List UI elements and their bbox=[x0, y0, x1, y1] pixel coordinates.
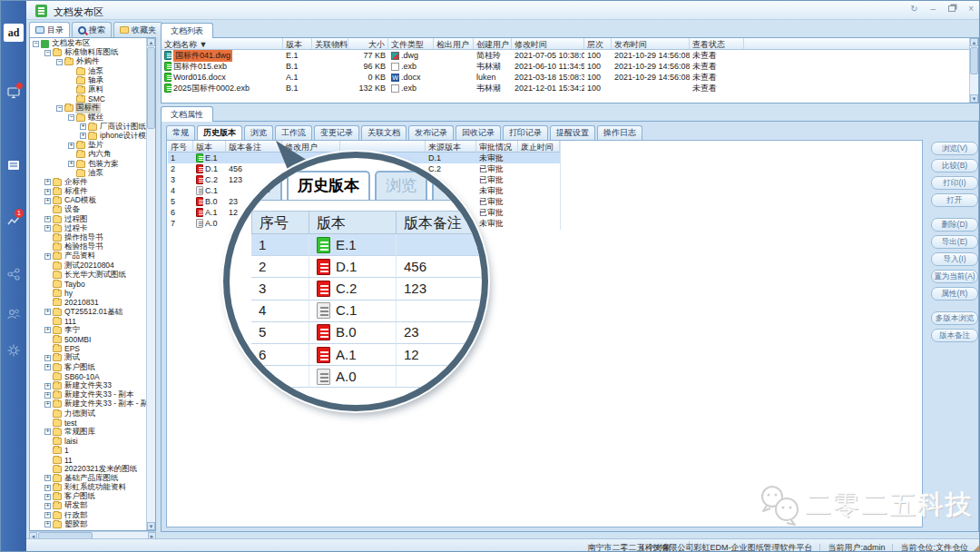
tree-item[interactable]: 500MBI bbox=[31, 335, 147, 344]
action-button[interactable]: 打印(I) bbox=[931, 176, 978, 190]
column-header[interactable]: 来源版本 bbox=[426, 141, 476, 152]
table-row[interactable]: 2025国标件0002.exbB.1132 KB.exb韦林潮2021-12-0… bbox=[162, 83, 978, 94]
column-header[interactable]: 大小 bbox=[348, 38, 388, 49]
action-button[interactable]: 比较(B) bbox=[931, 159, 978, 172]
tree-item[interactable]: +塑胶部 bbox=[31, 520, 147, 529]
column-header[interactable]: 层次 bbox=[584, 38, 612, 49]
expand-icon[interactable]: + bbox=[68, 143, 74, 149]
refresh-icon[interactable]: ↻ bbox=[910, 4, 917, 14]
restore-button[interactable] bbox=[948, 5, 956, 12]
tab-favorites[interactable]: 收藏夹 bbox=[113, 22, 162, 37]
table-row[interactable]: 国标件015.exbB.196 KB.exb韦林潮2021-06-10 11:3… bbox=[162, 61, 978, 72]
expand-icon[interactable]: + bbox=[44, 189, 51, 195]
action-button[interactable]: 浏览(V) bbox=[931, 142, 978, 155]
tree-item[interactable]: 油泵 bbox=[31, 169, 147, 178]
tree-item[interactable]: +研发部 bbox=[31, 501, 147, 510]
column-header[interactable]: 创建用户 bbox=[474, 38, 512, 49]
column-header[interactable]: 文件类型 bbox=[388, 38, 434, 49]
tab-search[interactable]: 搜索 bbox=[72, 22, 112, 37]
tree-item[interactable]: 力德测试 bbox=[31, 409, 147, 419]
expand-icon[interactable]: + bbox=[68, 161, 74, 167]
action-button[interactable]: 属性(R) bbox=[931, 287, 978, 301]
tab-常规[interactable]: 常规 bbox=[166, 125, 195, 140]
expand-icon[interactable]: + bbox=[44, 512, 51, 518]
expand-icon[interactable]: + bbox=[44, 503, 51, 509]
tree-item[interactable]: +客户图纸 bbox=[31, 492, 147, 501]
tree-item[interactable]: +客户图纸 bbox=[31, 363, 147, 372]
expand-icon[interactable]: + bbox=[44, 485, 51, 491]
expand-icon[interactable]: + bbox=[44, 355, 51, 361]
close-button[interactable]: × bbox=[968, 4, 974, 14]
tree-item[interactable]: +企标件 bbox=[31, 178, 147, 187]
collapse-icon[interactable]: − bbox=[56, 59, 63, 65]
table-row[interactable]: 国标件041.dwgE.177 KB.dwg简桂玲2021-07-05 10:3… bbox=[162, 50, 978, 61]
tree-item[interactable]: +过程图 bbox=[31, 215, 147, 224]
tree-item[interactable]: +行政部 bbox=[31, 511, 147, 520]
tree-item[interactable]: Taybo bbox=[31, 280, 147, 289]
collapse-icon[interactable]: − bbox=[33, 41, 39, 47]
table-row[interactable]: Word016.docxA.10 KBW.docxluken2021-03-18… bbox=[162, 72, 978, 83]
tree-item[interactable]: EPS bbox=[31, 344, 147, 353]
expand-icon[interactable]: + bbox=[44, 401, 51, 408]
tab-提醒设置[interactable]: 提醒设置 bbox=[550, 125, 595, 140]
tree-item[interactable]: +iphone设计模板 bbox=[31, 132, 147, 141]
column-header[interactable]: 修改时间 bbox=[512, 38, 584, 49]
expand-icon[interactable]: + bbox=[44, 179, 51, 185]
column-header[interactable]: 废止时间 bbox=[518, 141, 560, 152]
column-header[interactable]: 文档名称 ▼ bbox=[162, 38, 283, 49]
tab-浏览[interactable]: 浏览 bbox=[244, 125, 273, 140]
column-header[interactable]: 版本 bbox=[283, 38, 312, 49]
tab-打印记录[interactable]: 打印记录 bbox=[503, 125, 548, 140]
tree-item[interactable]: +常规图库 bbox=[31, 428, 147, 437]
tree-vertical-scrollbar[interactable]: ▲ ▼ bbox=[146, 38, 155, 530]
expand-icon[interactable]: + bbox=[44, 327, 51, 333]
tab-变更记录[interactable]: 变更记录 bbox=[314, 125, 359, 140]
column-header[interactable]: 版本 bbox=[193, 141, 226, 152]
expand-icon[interactable]: + bbox=[44, 225, 51, 232]
tree-item[interactable]: 原料 bbox=[31, 85, 147, 94]
expand-icon[interactable]: + bbox=[44, 494, 51, 500]
share-icon[interactable] bbox=[6, 267, 21, 281]
column-header[interactable] bbox=[340, 141, 426, 152]
action-button[interactable]: 导出(E) bbox=[931, 235, 978, 249]
collapse-icon[interactable]: − bbox=[56, 105, 63, 112]
expand-icon[interactable]: + bbox=[44, 521, 51, 527]
column-header[interactable]: 审批情况 bbox=[476, 141, 518, 152]
users-icon[interactable] bbox=[6, 307, 21, 321]
column-header[interactable]: 发布时间 bbox=[612, 38, 690, 49]
action-button[interactable]: 置为当前(A) bbox=[931, 270, 978, 283]
doc-props-panel-tab[interactable]: 文档属性 bbox=[161, 106, 213, 122]
expand-icon[interactable]: + bbox=[44, 216, 51, 222]
tab-发布记录[interactable]: 发布记录 bbox=[408, 125, 454, 140]
tree-item[interactable]: hy bbox=[31, 289, 147, 298]
tab-回收记录[interactable]: 回收记录 bbox=[456, 125, 501, 140]
column-header[interactable]: 关联物料 bbox=[312, 38, 348, 49]
resize-grip[interactable]: ◢ bbox=[973, 542, 980, 552]
expand-icon[interactable]: + bbox=[44, 364, 51, 370]
doc-list-scrollbar[interactable]: ▲ ▼ bbox=[969, 38, 978, 103]
column-header[interactable]: 检出用户 bbox=[434, 38, 474, 49]
tree-item[interactable]: +李宁 bbox=[31, 326, 147, 335]
tab-历史版本[interactable]: 历史版本 bbox=[197, 125, 242, 140]
tab-操作日志[interactable]: 操作日志 bbox=[597, 125, 642, 140]
collapse-icon[interactable]: − bbox=[44, 50, 51, 56]
expand-icon[interactable]: + bbox=[44, 383, 51, 389]
minimize-button[interactable]: – bbox=[931, 4, 936, 14]
expand-icon[interactable]: + bbox=[80, 123, 86, 130]
tree-item[interactable]: +QT25512.01基础 bbox=[31, 307, 147, 316]
expand-icon[interactable]: + bbox=[44, 392, 51, 399]
expand-icon[interactable]: + bbox=[44, 429, 51, 435]
tree-item[interactable]: 设备 bbox=[31, 205, 147, 214]
gear-icon[interactable] bbox=[6, 343, 21, 358]
action-button[interactable]: 删除(D) bbox=[931, 218, 978, 232]
tab-directory[interactable]: 目录 bbox=[29, 22, 70, 37]
column-header[interactable]: 查看状态 bbox=[690, 38, 744, 49]
expand-icon[interactable]: + bbox=[44, 253, 51, 260]
tree-item[interactable]: +CAD模板 bbox=[31, 196, 147, 205]
expand-icon[interactable]: + bbox=[44, 475, 51, 481]
column-header[interactable]: 序号 bbox=[168, 141, 193, 152]
tree-item[interactable]: 长光华大测试图纸 bbox=[31, 271, 147, 280]
expand-icon[interactable]: + bbox=[44, 309, 51, 315]
expand-icon[interactable]: + bbox=[80, 133, 86, 139]
documents-icon[interactable] bbox=[6, 158, 21, 172]
